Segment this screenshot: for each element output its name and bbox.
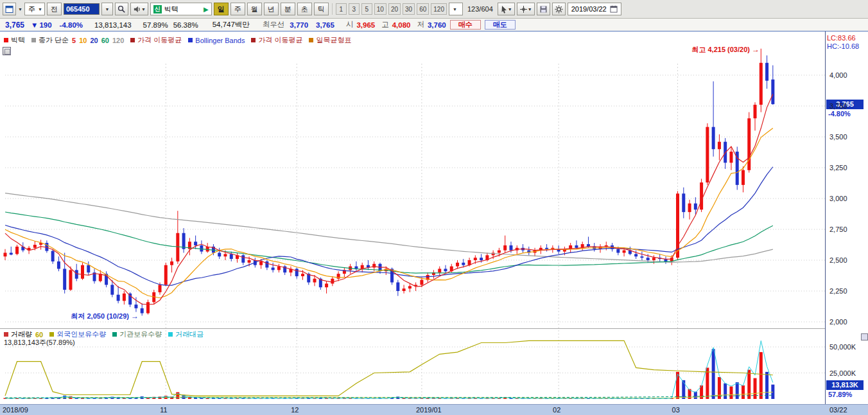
change-amount: 190 xyxy=(39,21,51,29)
stock-name-field[interactable]: 신 빅텍 ▶ xyxy=(150,3,212,15)
foreign-chip-icon xyxy=(49,332,54,337)
sound-button[interactable]: ▼ xyxy=(130,3,148,15)
crosshair-tool-button[interactable]: ▼ xyxy=(517,3,535,15)
x-axis-label: 03 xyxy=(672,406,680,414)
interval-button-20[interactable]: 20 xyxy=(388,3,401,15)
price-tick-label: 2,500 xyxy=(829,256,847,264)
interval-button-30[interactable]: 30 xyxy=(403,3,415,15)
bar-counter-label: 123/604 xyxy=(467,5,493,13)
current-price: 3,765 xyxy=(5,21,24,30)
interval-button-10[interactable]: 10 xyxy=(374,3,386,15)
value-legend-label[interactable]: 거래대금 xyxy=(175,330,204,339)
chart-date-value: 2019/03/22 xyxy=(571,5,607,13)
legend-ichimoku[interactable]: 일목균형표 xyxy=(316,35,351,45)
quote-bar: 3,765 ▼ 190 -4.80% 13,813,143 57.89% 56.… xyxy=(0,19,868,31)
legend-price-ma2[interactable]: 가격 이동평균 xyxy=(258,35,302,45)
main-toolbar: ▼ 주 ▼ 전 ▼ ▼ 신 빅텍 ▶ 일 주 월 년 분 초 틱 1 3 5 1… xyxy=(0,0,868,19)
sell-button[interactable]: 매도 xyxy=(485,20,516,30)
settings-button[interactable] xyxy=(552,3,566,15)
bollinger-chip-icon xyxy=(188,38,193,42)
low-annotation-text: 최저 2,050 (10/29) xyxy=(71,312,129,320)
pointer-tool-button[interactable]: ▼ xyxy=(498,3,515,15)
high-annotation-text: 최고 4,215 (03/20) xyxy=(691,46,750,53)
period-button-minute[interactable]: 분 xyxy=(281,3,295,15)
period-quick-dropdown[interactable]: 주 ▼ xyxy=(24,3,45,15)
ma20-label[interactable]: 20 xyxy=(90,37,98,44)
legend-price-ma[interactable]: 가격 이동평균 xyxy=(137,35,182,45)
candle-chip-icon xyxy=(4,38,8,42)
ma120-label[interactable]: 120 xyxy=(112,37,124,44)
box-icon[interactable] xyxy=(861,333,868,340)
price-tick-label: 3,500 xyxy=(829,133,847,141)
x-axis-label: 11 xyxy=(160,406,167,414)
legend-bollinger[interactable]: Bollinger Bands xyxy=(195,37,245,44)
chevron-down-icon: ▼ xyxy=(508,7,512,12)
arrow-right-icon: → xyxy=(752,45,759,54)
open-label: 시 xyxy=(346,20,354,30)
legend-close-label: 종가 단순 xyxy=(39,35,69,45)
value-chip-icon xyxy=(168,332,173,337)
interval-button-3[interactable]: 3 xyxy=(349,3,360,15)
code-dropdown-button[interactable]: ▼ xyxy=(101,3,113,15)
go-arrow-icon[interactable]: ▶ xyxy=(204,6,209,13)
calendar-icon xyxy=(610,5,618,13)
best-quote-label: 최우선 xyxy=(263,20,285,30)
price-axis-column[interactable]: LC:83.66 HC:-10.68 3,765 -4.80% 13,813K … xyxy=(826,31,868,405)
chart-date-field[interactable]: 2019/03/22 xyxy=(568,3,621,15)
turnover-pct1: 57.89% xyxy=(143,21,168,29)
trading-app-window: ▼ 주 ▼ 전 ▼ ▼ 신 빅텍 ▶ 일 주 월 년 분 초 틱 1 3 5 1… xyxy=(0,0,868,415)
custom-interval-dropdown[interactable]: ▼ xyxy=(449,3,463,15)
change-direction-icon: ▼ xyxy=(31,21,38,29)
period-button-tick[interactable]: 틱 xyxy=(314,3,329,15)
search-icon xyxy=(117,5,126,13)
save-button[interactable] xyxy=(537,3,550,15)
turnover-pct2: 56.38% xyxy=(173,21,198,29)
x-axis-label: 02 xyxy=(553,406,560,414)
interval-button-60[interactable]: 60 xyxy=(417,3,429,15)
lc-value: LC:83.66 xyxy=(827,34,856,42)
time-axis-scrollbar[interactable]: 03/22 2018/0911122019/010203 xyxy=(0,404,868,415)
buy-button[interactable]: 매수 xyxy=(450,20,481,30)
best-bid: 3,765 xyxy=(316,21,334,29)
interval-button-1[interactable]: 1 xyxy=(336,3,347,15)
change-percent: -4.80% xyxy=(60,21,83,29)
save-icon xyxy=(539,5,548,13)
period-button-second[interactable]: 초 xyxy=(297,3,312,15)
search-button[interactable] xyxy=(115,3,128,15)
chart-area: 빅텍 종가 단순 5 10 20 60 120 가격 이동평균 Bollinge… xyxy=(0,31,868,404)
volume-summary: 13,813,143주(57.89%) xyxy=(4,338,75,348)
interval-button-120[interactable]: 120 xyxy=(431,3,447,15)
trade-value: 54,747백만 xyxy=(213,20,250,30)
price-tick-label: 3,750 xyxy=(829,102,847,110)
period-button-year[interactable]: 년 xyxy=(264,3,279,15)
x-axis-label: 12 xyxy=(291,406,299,414)
close-chip-icon xyxy=(31,38,36,42)
low-price: 3,760 xyxy=(428,21,446,29)
chevron-down-icon[interactable]: ▼ xyxy=(18,7,22,12)
ma10-label[interactable]: 10 xyxy=(79,37,87,44)
institution-legend-label[interactable]: 기관보유수량 xyxy=(119,330,162,339)
x-axis-end-label: 03/22 xyxy=(829,406,847,414)
low-annotation: 최저 2,050 (10/29) → xyxy=(71,312,139,321)
price-tick-label: 2,750 xyxy=(829,225,847,233)
volume-ma-label[interactable]: 60 xyxy=(35,331,43,339)
prev-stock-button[interactable]: 전 xyxy=(47,3,62,15)
legend-stock-name: 빅텍 xyxy=(11,35,25,45)
price-tick-label: 3,000 xyxy=(829,195,847,202)
stock-code-input[interactable] xyxy=(64,3,100,15)
price-ma2-chip-icon xyxy=(251,38,256,42)
period-button-week[interactable]: 주 xyxy=(230,3,245,15)
open-price: 3,965 xyxy=(356,21,375,29)
new-stock-badge: 신 xyxy=(153,5,162,13)
arrow-right-icon: → xyxy=(131,312,139,321)
period-button-day[interactable]: 일 xyxy=(214,3,229,15)
current-price-percent: -4.80% xyxy=(828,110,851,118)
interval-button-5[interactable]: 5 xyxy=(361,3,372,15)
chevron-down-icon: ▼ xyxy=(453,7,457,12)
period-button-month[interactable]: 월 xyxy=(247,3,262,15)
ma60-label[interactable]: 60 xyxy=(101,37,109,44)
window-icon[interactable] xyxy=(3,3,16,15)
ma5-label[interactable]: 5 xyxy=(72,37,76,44)
grid-tool-icon[interactable] xyxy=(3,47,11,55)
chevron-down-icon: ▼ xyxy=(528,7,532,12)
